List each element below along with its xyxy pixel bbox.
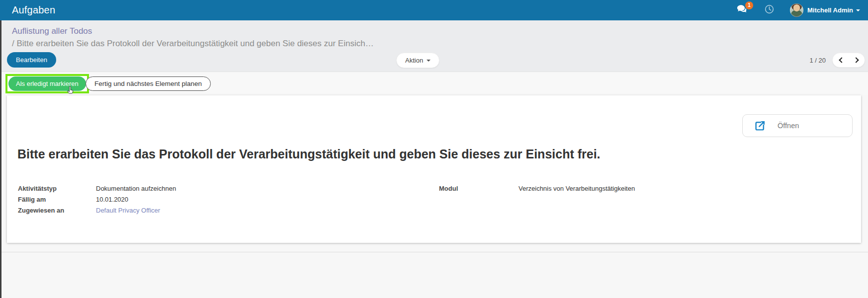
field-value-due-date: 10.01.2020 <box>96 196 128 203</box>
done-and-schedule-next-button[interactable]: Fertig und nächstes Element planen <box>86 76 211 91</box>
field-label-due-date: Fällig am <box>18 196 96 203</box>
chevron-left-icon <box>839 57 844 63</box>
mouse-cursor <box>66 86 74 96</box>
content-divider <box>0 252 868 252</box>
edit-button[interactable]: Bearbeiten <box>7 52 56 68</box>
field-row-module: Modul Verzeichnis von Verarbeitungstätig… <box>439 183 635 194</box>
clock-icon <box>765 4 774 16</box>
action-dropdown-label: Aktion <box>405 57 423 64</box>
external-link-icon <box>753 119 767 133</box>
breadcrumb: Auflistung aller Todos / Bitte erarbeite… <box>12 25 868 50</box>
chevron-right-icon <box>853 57 859 63</box>
field-value-module: Verzeichnis von Verarbeitungstätigkeiten <box>519 185 635 192</box>
field-label-assigned-to: Zugewiesen an <box>18 207 96 214</box>
click-target-highlight: Als erledigt markieren <box>5 74 89 93</box>
pager-nav <box>832 53 865 68</box>
pager-next-button[interactable] <box>849 53 865 67</box>
header-bar: Aufgaben 1 Mitchell Admin <box>0 0 868 20</box>
breadcrumb-current: / Bitte erarbeiten Sie das Protokoll der… <box>12 37 868 50</box>
field-row-activity-type: Aktivitätstyp Dokumentation aufzeichnen <box>18 183 176 194</box>
user-name: Mitchell Admin <box>807 6 853 14</box>
activities-button[interactable] <box>762 3 776 17</box>
user-menu[interactable]: Mitchell Admin <box>790 3 860 17</box>
field-value-activity-type: Dokumentation aufzeichnen <box>96 185 176 192</box>
open-record-button[interactable]: Öffnen <box>742 114 853 137</box>
pager-count: 1 / 20 <box>809 57 826 64</box>
pager: 1 / 20 <box>809 53 865 68</box>
pager-previous-button[interactable] <box>833 53 849 67</box>
app-title: Aufgaben <box>12 4 55 16</box>
user-avatar <box>790 3 803 17</box>
left-edge-strip <box>0 20 1 298</box>
chevron-down-icon <box>856 9 860 11</box>
action-dropdown-button[interactable]: Aktion <box>396 53 439 68</box>
chevron-down-icon <box>427 60 431 62</box>
field-group-right: Modul Verzeichnis von Verarbeitungstätig… <box>439 183 635 194</box>
field-group-left: Aktivitätstyp Dokumentation aufzeichnen … <box>18 183 176 216</box>
open-record-label: Öffnen <box>778 122 799 130</box>
task-title: Bitte erarbeiten Sie das Protokoll der V… <box>17 147 601 161</box>
field-label-module: Modul <box>439 185 519 192</box>
task-card: Öffnen Bitte erarbeiten Sie das Protokol… <box>7 95 861 243</box>
statusbar: Als erledigt markieren Fertig und nächst… <box>0 72 868 95</box>
header-systray: 1 Mitchell Admin <box>735 3 860 17</box>
field-value-assigned-to-link[interactable]: Default Privacy Officer <box>96 207 160 214</box>
messages-button[interactable]: 1 <box>735 3 749 17</box>
control-panel-buttons: Bearbeiten Aktion 1 / 20 <box>0 52 868 69</box>
field-row-due-date: Fällig am 10.01.2020 <box>18 194 176 205</box>
control-panel: Auflistung aller Todos / Bitte erarbeite… <box>0 20 868 72</box>
messages-badge: 1 <box>745 1 753 9</box>
field-label-activity-type: Aktivitätstyp <box>18 185 96 192</box>
field-row-assigned-to: Zugewiesen an Default Privacy Officer <box>18 205 176 216</box>
breadcrumb-parent-link[interactable]: Auflistung aller Todos <box>12 25 868 37</box>
mark-as-done-button[interactable]: Als erledigt markieren <box>8 76 86 91</box>
